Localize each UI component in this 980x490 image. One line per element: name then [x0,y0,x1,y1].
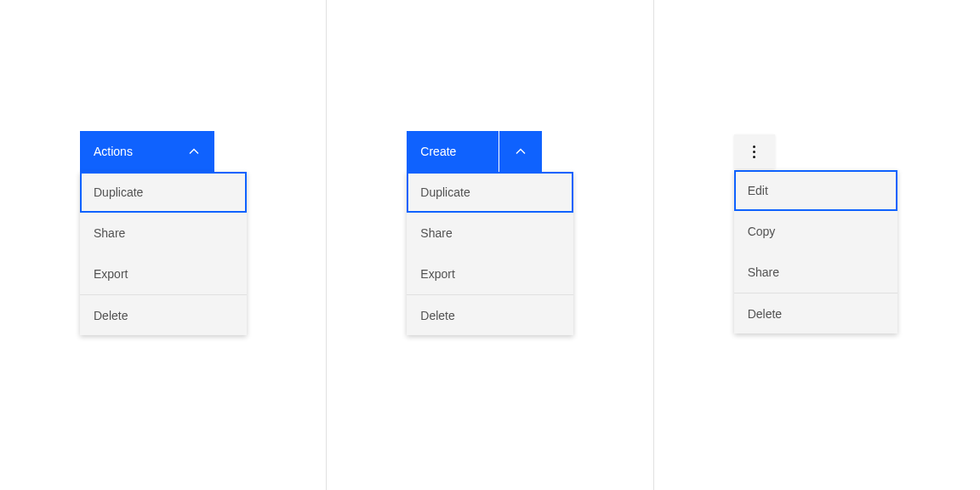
menu-item-share[interactable]: Share [734,252,897,293]
create-split-button: Create [407,131,573,172]
menu-item-label: Share [94,226,125,240]
menu-item-delete[interactable]: Delete [734,293,897,333]
menu-item-label: Delete [94,309,128,322]
actions-button-label: Actions [94,145,133,158]
menu-item-label: Edit [748,184,768,197]
menu-item-label: Export [94,267,128,281]
menu-item-label: Duplicate [94,185,143,199]
menu-item-copy[interactable]: Copy [734,211,897,252]
menu-item-label: Delete [420,309,454,322]
menu-item-delete[interactable]: Delete [407,294,573,335]
menu-item-duplicate[interactable]: Duplicate [80,172,247,213]
create-button[interactable]: Create [407,131,499,172]
actions-menu: Duplicate Share Export Delete [80,172,247,335]
menu-item-label: Share [748,265,779,279]
combo-button-menu: Actions Duplicate Share Export Delete [80,131,247,335]
menu-item-duplicate[interactable]: Duplicate [407,172,573,213]
menu-item-share[interactable]: Share [407,213,573,254]
menu-item-export[interactable]: Export [80,254,247,294]
menu-item-edit[interactable]: Edit [734,170,897,211]
menu-item-label: Share [420,226,452,240]
menu-item-label: Delete [748,307,782,321]
split-button-menu: Create Duplicate Share Export Delete [407,131,573,335]
overflow-menu: Edit Copy Share Delete [734,170,897,333]
menu-item-export[interactable]: Export [407,254,573,294]
menu-item-delete[interactable]: Delete [80,294,247,335]
menu-item-label: Duplicate [420,185,470,199]
chevron-up-icon [187,145,201,158]
actions-button[interactable]: Actions [80,131,214,172]
menu-item-label: Copy [748,225,776,238]
menu-item-share[interactable]: Share [80,213,247,254]
chevron-up-icon [514,145,527,158]
create-menu: Duplicate Share Export Delete [407,172,573,335]
create-toggle-button[interactable] [499,131,542,172]
overflow-menu-container: Edit Copy Share Delete [734,134,897,333]
kebab-icon [753,145,755,158]
overflow-button[interactable] [734,134,775,168]
create-button-label: Create [420,145,456,158]
menu-item-label: Export [420,267,454,281]
